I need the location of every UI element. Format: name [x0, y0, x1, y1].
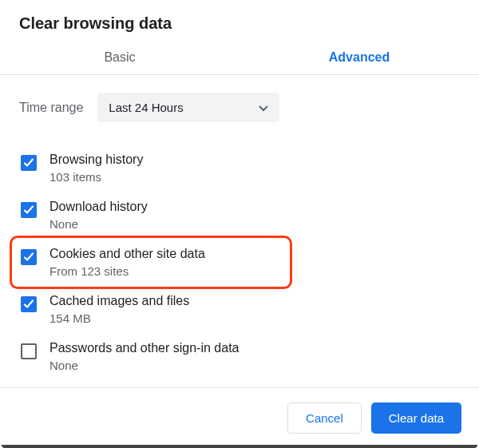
item-texts: Cached images and files154 MB — [49, 294, 189, 325]
item-subtext: None — [49, 217, 148, 231]
tab-advanced[interactable]: Advanced — [240, 39, 479, 74]
item-title: Browsing history — [49, 153, 143, 167]
window-shadow — [2, 445, 477, 448]
list-item: Auto-fill form data — [19, 380, 460, 387]
list-item: Passwords and other sign-in dataNone — [19, 333, 460, 380]
list-item: Download historyNone — [19, 192, 460, 239]
item-title: Passwords and other sign-in data — [49, 341, 239, 355]
dialog-title: Clear browsing data — [0, 0, 479, 39]
item-texts: Cookies and other site dataFrom 123 site… — [49, 247, 205, 278]
item-subtext: 154 MB — [49, 311, 189, 325]
checkbox[interactable] — [21, 155, 37, 171]
checkbox[interactable] — [21, 249, 37, 265]
list-item: Cached images and files154 MB — [19, 286, 460, 333]
time-range-select[interactable]: Last 24 Hours — [97, 93, 279, 122]
item-title: Download history — [49, 200, 148, 214]
item-subtext: From 123 sites — [49, 264, 205, 278]
time-range-value: Last 24 Hours — [109, 101, 183, 114]
data-types-list: Browsing history103 itemsDownload histor… — [19, 145, 460, 387]
clear-data-button[interactable]: Clear data — [371, 402, 461, 434]
time-range-label: Time range — [19, 101, 83, 115]
tabs: Basic Advanced — [0, 39, 479, 75]
item-subtext: 103 items — [49, 170, 143, 184]
item-texts: Browsing history103 items — [49, 153, 143, 184]
dialog-footer: Cancel Clear data — [0, 387, 479, 448]
checkbox[interactable] — [21, 296, 37, 312]
item-texts: Passwords and other sign-in dataNone — [49, 341, 239, 372]
list-item: Cookies and other site dataFrom 123 site… — [19, 239, 460, 286]
tab-basic[interactable]: Basic — [0, 39, 240, 74]
item-title: Cached images and files — [49, 294, 189, 308]
cancel-button[interactable]: Cancel — [287, 402, 362, 434]
chevron-down-icon — [259, 101, 268, 114]
item-title: Cookies and other site data — [49, 247, 205, 261]
item-subtext: None — [49, 359, 239, 372]
checkbox[interactable] — [21, 202, 37, 218]
item-texts: Download historyNone — [49, 200, 148, 231]
checkbox[interactable] — [21, 343, 37, 359]
list-item: Browsing history103 items — [19, 145, 460, 192]
content-area: Time range Last 24 Hours Browsing histor… — [0, 75, 479, 387]
